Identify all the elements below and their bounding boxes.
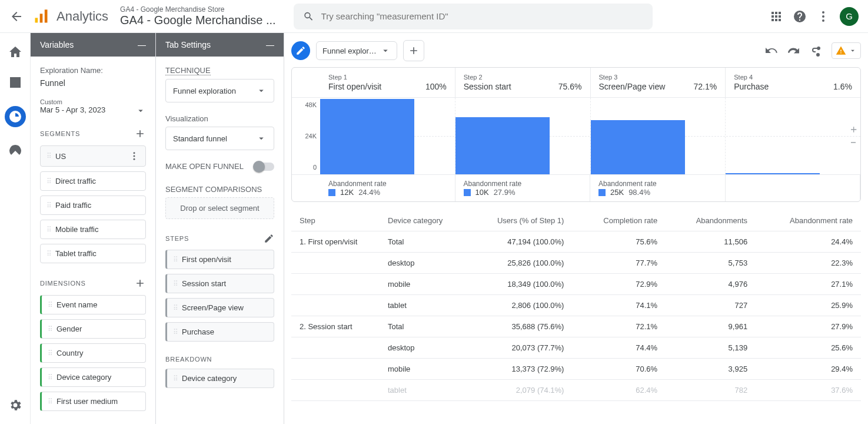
step-chip[interactable]: ⠿Screen/Page view	[165, 298, 274, 317]
canvas: Funnel explor… Step 1First open/visit100…	[284, 33, 868, 424]
tab-name: Funnel explor…	[322, 47, 377, 55]
explore-icon[interactable]	[5, 106, 26, 127]
visualization-select[interactable]: Standard funnel	[165, 127, 274, 150]
column-header[interactable]: Abandonments	[666, 210, 756, 231]
collapse-variables-icon[interactable]: —	[138, 40, 146, 49]
redo-icon[interactable]	[787, 44, 801, 58]
breakdown-chip[interactable]: ⠿Device category	[165, 369, 274, 388]
date-range-picker[interactable]: Custom Mar 5 - Apr 3, 2023	[40, 98, 146, 116]
chip-label: First open/visit	[182, 255, 231, 264]
drag-handle-icon: ⠿	[46, 250, 51, 258]
more-vert-icon[interactable]	[129, 151, 139, 161]
drag-handle-icon: ⠿	[46, 177, 51, 186]
tab-funnel[interactable]: Funnel explor…	[316, 41, 397, 60]
drag-handle-icon: ⠿	[48, 373, 52, 382]
chevron-down-icon	[135, 105, 146, 116]
step-chip[interactable]: ⠿First open/visit	[165, 250, 274, 269]
drag-handle-icon: ⠿	[46, 226, 51, 234]
add-tab-button[interactable]	[403, 40, 424, 61]
segment-chip[interactable]: ⠿Direct traffic	[40, 171, 146, 191]
add-segment-icon[interactable]	[134, 128, 146, 140]
column-header[interactable]: Device category	[380, 210, 462, 231]
visualization-value: Standard funnel	[173, 134, 227, 143]
dimension-chip[interactable]: ⠿Gender	[40, 319, 146, 339]
edit-steps-icon[interactable]	[264, 233, 274, 244]
property-info[interactable]: GA4 - Google Merchandise Store GA4 - Goo…	[120, 5, 276, 27]
dimension-chip[interactable]: ⠿Country	[40, 343, 146, 363]
date-range-text: Mar 5 - Apr 3, 2023	[40, 105, 105, 116]
tab-settings-panel: Tab Settings — TECHNIQUE Funnel explorat…	[156, 33, 284, 424]
dimension-chip[interactable]: ⠿Device category	[40, 367, 146, 387]
funnel-bar	[455, 98, 591, 174]
open-funnel-toggle[interactable]	[254, 163, 274, 171]
funnel-step-header: Step 1First open/visit100%	[320, 68, 455, 97]
chip-label: Session start	[182, 279, 226, 288]
technique-select[interactable]: Funnel exploration	[165, 79, 274, 102]
segment-comparisons-label: SEGMENT COMPARISONS	[165, 185, 274, 194]
funnel-chart: Step 1First open/visit100%Step 2Session …	[291, 67, 861, 202]
y-axis: 48K 24K 0	[292, 98, 320, 174]
segment-chip[interactable]: ⠿Tablet traffic	[40, 244, 146, 263]
apps-icon[interactable]	[769, 9, 783, 24]
step-chip[interactable]: ⠿Session start	[165, 274, 274, 293]
segment-dropzone[interactable]: Drop or select segment	[165, 197, 274, 219]
property-title: GA4 - Google Merchandise ...	[120, 14, 276, 27]
variables-header: Variables —	[31, 33, 155, 57]
chip-label: First user medium	[56, 397, 118, 406]
funnel-bar	[591, 98, 726, 174]
undo-icon[interactable]	[764, 44, 779, 58]
zoom-in-icon[interactable]	[849, 125, 858, 134]
column-header[interactable]: Completion rate	[572, 210, 666, 231]
drag-handle-icon: ⠿	[173, 280, 177, 288]
segment-chip[interactable]: ⠿US	[40, 145, 146, 167]
search-input[interactable]	[321, 11, 643, 21]
canvas-toolbar: Funnel explor…	[291, 40, 861, 61]
svg-rect-1	[40, 14, 43, 22]
table-row: desktop25,826 (100.0%)77.7%5,75322.3%	[291, 253, 861, 274]
settings-icon[interactable]	[8, 398, 22, 412]
chevron-down-icon	[380, 45, 391, 56]
exploration-name[interactable]: Funnel	[40, 78, 146, 88]
zoom-out-icon[interactable]	[849, 138, 858, 147]
segment-chip[interactable]: ⠿Mobile traffic	[40, 220, 146, 239]
variables-title: Variables	[40, 40, 74, 49]
zoom-controls	[849, 125, 858, 147]
chevron-down-icon	[256, 85, 267, 96]
home-icon[interactable]	[8, 45, 22, 59]
dimension-chip[interactable]: ⠿Event name	[40, 295, 146, 314]
add-dimension-icon[interactable]	[134, 277, 146, 289]
chip-label: Direct traffic	[55, 177, 96, 186]
table-row: mobile13,373 (72.9%)70.6%3,92529.4%	[291, 359, 861, 380]
chip-label: Device category	[182, 374, 237, 383]
reports-icon[interactable]	[8, 75, 22, 90]
funnel-bar	[320, 98, 455, 174]
warning-icon	[836, 45, 846, 56]
help-icon[interactable]	[793, 9, 807, 24]
drag-handle-icon: ⠿	[46, 201, 51, 210]
search-bar[interactable]	[294, 4, 653, 29]
back-arrow-icon[interactable]	[9, 9, 24, 24]
column-header[interactable]: Abandonment rate	[756, 210, 861, 231]
column-header[interactable]: Step	[291, 210, 380, 231]
search-icon	[303, 11, 314, 22]
nav-rail	[0, 33, 31, 424]
chip-label: Purchase	[182, 327, 214, 336]
more-vert-icon[interactable]	[816, 9, 830, 24]
warning-chip[interactable]	[832, 42, 861, 59]
segment-chip[interactable]: ⠿Paid traffic	[40, 196, 146, 215]
app-name: Analytics	[56, 9, 108, 24]
share-icon[interactable]	[809, 44, 823, 58]
chip-label: Tablet traffic	[55, 249, 97, 258]
step-chip[interactable]: ⠿Purchase	[165, 322, 274, 342]
column-header[interactable]: Users (% of Step 1)	[462, 210, 572, 231]
y-tick: 24K	[292, 132, 317, 140]
collapse-tabsettings-icon[interactable]: —	[266, 40, 274, 49]
svg-point-5	[822, 19, 824, 22]
drag-handle-icon: ⠿	[48, 301, 52, 309]
property-small: GA4 - Google Merchandise Store	[120, 5, 276, 14]
advertising-icon[interactable]	[8, 144, 22, 158]
svg-point-6	[134, 152, 135, 154]
dimension-chip[interactable]: ⠿First user medium	[40, 392, 146, 411]
avatar[interactable]: G	[840, 7, 859, 26]
edit-tab-button[interactable]	[291, 41, 310, 60]
